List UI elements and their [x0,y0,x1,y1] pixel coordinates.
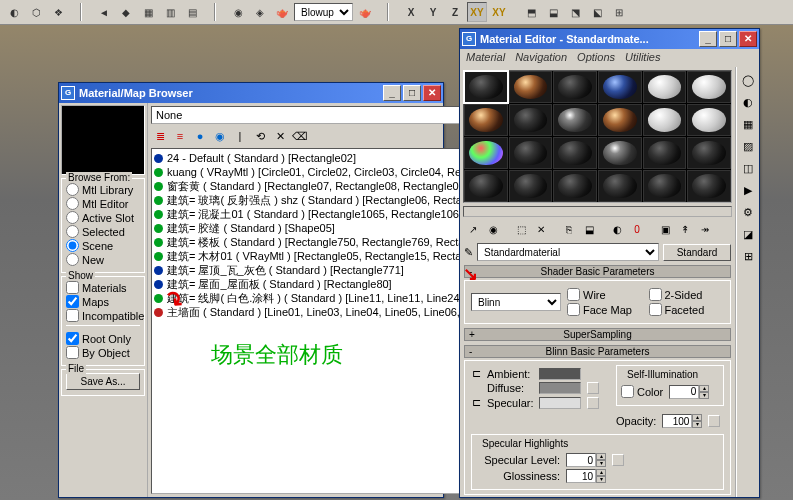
chk-materials[interactable]: Materials [66,281,140,294]
sample-slot[interactable] [553,170,597,202]
sample-slot[interactable] [687,71,731,103]
go-parent-icon[interactable]: ↟ [676,220,694,238]
chk-faceted[interactable]: Faceted [649,303,725,316]
ambient-swatch[interactable] [539,368,581,380]
tool-btn-b[interactable]: ⬓ [543,2,563,22]
show-end-result-icon[interactable]: ▣ [656,220,674,238]
chk-facemap[interactable]: Face Map [567,303,643,316]
sample-slot[interactable] [509,71,553,103]
opacity-spinner[interactable]: ▴▾ [662,414,702,428]
tool-btn-1[interactable]: ◐ [4,2,24,22]
teapot-icon[interactable]: 🫖 [272,2,292,22]
sample-slot[interactable] [509,104,553,136]
sample-slot[interactable] [464,71,508,103]
minimize-button[interactable]: _ [699,31,717,47]
tool-btn-render1[interactable]: ◉ [228,2,248,22]
specular-map-btn[interactable] [587,397,599,409]
sample-slot[interactable] [643,170,687,202]
tool-btn-a[interactable]: ⬒ [521,2,541,22]
lock-icon[interactable]: ⊏ [471,396,481,409]
rollup-supersampling-header[interactable]: SuperSampling [464,328,731,341]
tool-btn-list[interactable]: ▦ [138,2,158,22]
chk-2sided[interactable]: 2-Sided [649,288,725,301]
view-list2-icon[interactable]: ≡ [171,127,189,145]
sample-slot[interactable] [553,104,597,136]
reset-icon[interactable]: ✕ [532,220,550,238]
sample-slots[interactable] [463,70,732,203]
minimize-button[interactable]: _ [383,85,401,101]
specular-swatch[interactable] [539,397,581,409]
menu-navigation[interactable]: Navigation [515,51,567,65]
sample-uv-icon[interactable]: ▨ [739,137,757,155]
tool-btn-track[interactable]: ▤ [182,2,202,22]
chk-incompatible[interactable]: Incompatible [66,309,140,322]
tool-btn-matlib[interactable]: ▥ [160,2,180,22]
delete-from-lib-icon[interactable]: ✕ [271,127,289,145]
sample-slot[interactable] [598,104,642,136]
radio-active-slot[interactable]: Active Slot [66,211,140,224]
maximize-button[interactable]: □ [719,31,737,47]
menu-options[interactable]: Options [577,51,615,65]
radio-selected[interactable]: Selected [66,225,140,238]
radio-mtl-editor[interactable]: Mtl Editor [66,197,140,210]
video-check-icon[interactable]: ◫ [739,159,757,177]
axis-xy-button[interactable]: XY [467,2,487,22]
sample-slot[interactable] [553,137,597,169]
view-small-icon[interactable]: ● [191,127,209,145]
select-by-mat-icon[interactable]: ◪ [739,225,757,243]
radio-scene[interactable]: Scene [66,239,140,252]
options-icon[interactable]: ⚙ [739,203,757,221]
chk-by-object[interactable]: By Object [66,346,140,359]
make-preview-icon[interactable]: ▶ [739,181,757,199]
chk-root-only[interactable]: Root Only [66,332,140,345]
radio-new[interactable]: New [66,253,140,266]
backlight-icon[interactable]: ◐ [739,93,757,111]
rollup-shader-header[interactable]: Shader Basic Parameters [464,265,731,278]
radio-mtl-library[interactable]: Mtl Library [66,183,140,196]
diffuse-swatch[interactable] [539,382,581,394]
sample-slot[interactable] [643,104,687,136]
sample-slot[interactable] [509,170,553,202]
close-button[interactable]: ✕ [423,85,441,101]
axis-z-button[interactable]: Z [445,2,465,22]
sample-slot[interactable] [464,170,508,202]
sample-slot[interactable] [643,71,687,103]
view-list-icon[interactable]: ≣ [151,127,169,145]
get-material-icon[interactable]: ↗ [464,220,482,238]
rollup-blinn-header[interactable]: Blinn Basic Parameters [464,345,731,358]
background-icon[interactable]: ▦ [739,115,757,133]
opacity-map-btn[interactable] [708,415,720,427]
axis-y-button[interactable]: Y [423,2,443,22]
sample-type-icon[interactable]: ◯ [739,71,757,89]
tool-redo[interactable]: ◆ [116,2,136,22]
speclevel-map-btn[interactable] [612,454,624,466]
teapot-icon-2[interactable]: 🫖 [355,2,375,22]
put-to-scene-icon[interactable]: ◉ [484,220,502,238]
material-type-button[interactable]: Standard [663,244,731,261]
menu-material[interactable]: Material [466,51,505,65]
shader-select[interactable]: Blinn [471,293,561,311]
put-to-lib-icon[interactable]: ◐ [608,220,626,238]
show-map-icon[interactable]: 0 [628,220,646,238]
mat-nav-icon[interactable]: ⊞ [739,247,757,265]
axis-xy2-button[interactable]: XY [489,2,509,22]
tool-btn-c[interactable]: ⬔ [565,2,585,22]
tool-undo[interactable]: ◄ [94,2,114,22]
pick-icon[interactable]: ✎ [464,246,473,259]
close-button[interactable]: ✕ [739,31,757,47]
sample-slot[interactable] [687,170,731,202]
clear-lib-icon[interactable]: ⌫ [291,127,309,145]
sample-slot[interactable] [553,71,597,103]
go-forward-icon[interactable]: ↠ [696,220,714,238]
material-name-select[interactable]: Standardmaterial [477,243,659,261]
chk-wire[interactable]: Wire [567,288,643,301]
tool-btn-3[interactable]: ❖ [48,2,68,22]
sample-slot[interactable] [643,137,687,169]
make-unique-icon[interactable]: ⬓ [580,220,598,238]
menu-utilities[interactable]: Utilities [625,51,660,65]
sample-slot[interactable] [598,170,642,202]
assign-icon[interactable]: ⬚ [512,220,530,238]
browser-titlebar[interactable]: G Material/Map Browser _ □ ✕ [59,83,443,103]
render-mode-select[interactable]: Blowup [294,3,353,21]
sample-slot[interactable] [687,137,731,169]
